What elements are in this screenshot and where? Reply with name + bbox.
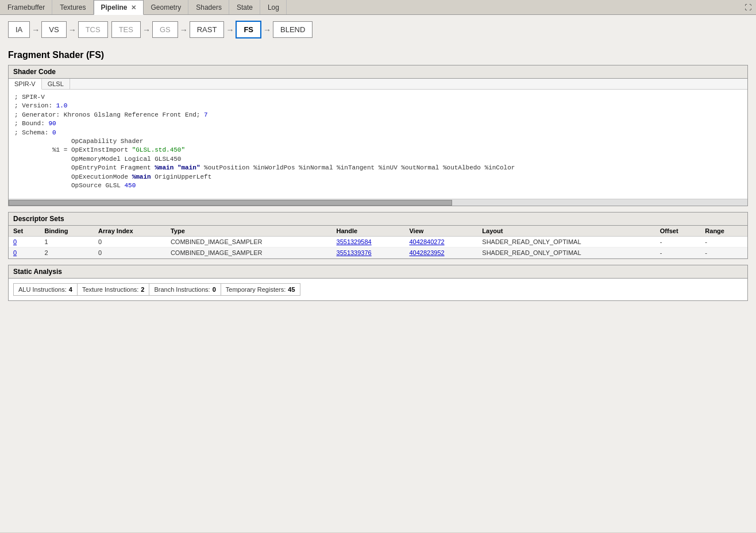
- stat-label: Branch Instructions:: [154, 286, 210, 293]
- stat-label: Temporary Registers:: [226, 286, 286, 293]
- stage-gs[interactable]: GS: [152, 21, 178, 38]
- cell-range: -: [700, 237, 747, 248]
- cell-array-index: 0: [94, 237, 166, 248]
- arrow-ia-vs: →: [30, 25, 41, 34]
- shader-code-header: Shader Code: [9, 65, 747, 79]
- cell-type: COMBINED_IMAGE_SAMPLER: [166, 248, 332, 258]
- tab-log[interactable]: Log: [260, 0, 287, 14]
- descriptor-sets-table: Set Binding Array Index Type Handle View…: [9, 226, 747, 258]
- cell-binding: 1: [40, 237, 94, 248]
- cell-offset: -: [655, 248, 701, 258]
- static-analysis-content: ALU Instructions: 4Texture Instructions:…: [9, 279, 747, 300]
- cell-set[interactable]: 0: [9, 248, 40, 258]
- stat-label: ALU Instructions:: [18, 286, 67, 293]
- cell-handle[interactable]: 3551329584: [332, 237, 405, 248]
- stat-item-2: Branch Instructions: 0: [149, 284, 221, 295]
- col-set: Set: [9, 226, 40, 237]
- shader-code-section: Shader Code SPIR-V GLSL ; SPIR-V ; Versi…: [8, 65, 748, 206]
- col-view: View: [404, 226, 477, 237]
- cell-view[interactable]: 4042840272: [404, 237, 477, 248]
- col-offset: Offset: [655, 226, 701, 237]
- cell-set[interactable]: 0: [9, 237, 40, 248]
- col-range: Range: [700, 226, 747, 237]
- col-binding: Binding: [40, 226, 94, 237]
- tab-textures[interactable]: Textures: [52, 0, 93, 14]
- stage-ia[interactable]: IA: [8, 21, 30, 38]
- stat-label: Texture Instructions:: [82, 286, 138, 293]
- stat-item-3: Temporary Registers: 45: [221, 284, 300, 295]
- col-layout: Layout: [477, 226, 655, 237]
- table-row: 0 1 0 COMBINED_IMAGE_SAMPLER 3551329584 …: [9, 237, 747, 248]
- tab-shaders[interactable]: Shaders: [188, 0, 229, 14]
- code-scrollbar-thumb[interactable]: [9, 200, 452, 206]
- cell-binding: 2: [40, 248, 94, 258]
- stage-tes[interactable]: TES: [111, 21, 141, 38]
- arrow-gs-rast: →: [178, 25, 190, 34]
- fullscreen-button[interactable]: ⛶: [740, 0, 756, 14]
- arrow-fs-blend: →: [261, 25, 273, 34]
- cell-type: COMBINED_IMAGE_SAMPLER: [166, 237, 332, 248]
- cell-offset: -: [655, 237, 701, 248]
- code-scrollbar[interactable]: [9, 199, 747, 206]
- table-row: 0 2 0 COMBINED_IMAGE_SAMPLER 3551339376 …: [9, 248, 747, 258]
- cell-array-index: 0: [94, 248, 166, 258]
- stage-tcs[interactable]: TCS: [78, 21, 108, 38]
- stage-blend[interactable]: BLEND: [273, 21, 313, 38]
- tab-bar: Framebuffer Textures Pipeline ✕ Geometry…: [0, 0, 756, 15]
- close-pipeline-tab[interactable]: ✕: [131, 4, 136, 11]
- descriptor-sets-section: Descriptor Sets Set Binding Array Index …: [8, 212, 748, 259]
- cell-layout: SHADER_READ_ONLY_OPTIMAL: [477, 237, 655, 248]
- col-type: Type: [166, 226, 332, 237]
- code-tab-glsl[interactable]: GLSL: [42, 79, 70, 89]
- stat-value: 45: [288, 286, 295, 293]
- stat-item-1: Texture Instructions: 2: [78, 284, 150, 295]
- tab-pipeline[interactable]: Pipeline ✕: [94, 0, 144, 15]
- stat-item-0: ALU Instructions: 4: [14, 284, 78, 295]
- cell-handle[interactable]: 3551339376: [332, 248, 405, 258]
- page-title: Fragment Shader (FS): [8, 50, 748, 60]
- pipeline-bar: IA → VS → TCS TES → GS → RAST → FS → BLE…: [0, 15, 756, 44]
- descriptor-sets-header: Descriptor Sets: [9, 213, 747, 226]
- stat-value: 4: [69, 286, 72, 293]
- cell-layout: SHADER_READ_ONLY_OPTIMAL: [477, 248, 655, 258]
- arrow-rast-fs: →: [224, 25, 236, 34]
- shader-code-area[interactable]: ; SPIR-V ; Version: 1.0 ; Generator: Khr…: [9, 90, 747, 199]
- tab-state[interactable]: State: [229, 0, 260, 14]
- stage-rast[interactable]: RAST: [190, 21, 225, 38]
- cell-view[interactable]: 4042823952: [404, 248, 477, 258]
- stage-fs[interactable]: FS: [236, 21, 261, 38]
- arrow-tes-gs: →: [141, 25, 152, 34]
- stat-row: ALU Instructions: 4Texture Instructions:…: [13, 283, 300, 296]
- static-analysis-section: Static Analysis ALU Instructions: 4Textu…: [8, 265, 748, 301]
- stat-value: 0: [213, 286, 216, 293]
- cell-range: -: [700, 248, 747, 258]
- code-tabs: SPIR-V GLSL: [9, 79, 747, 90]
- stage-vs[interactable]: VS: [41, 21, 66, 38]
- col-array-index: Array Index: [94, 226, 166, 237]
- tab-framebuffer[interactable]: Framebuffer: [0, 0, 52, 14]
- stat-value: 2: [141, 286, 144, 293]
- tab-geometry[interactable]: Geometry: [144, 0, 189, 14]
- code-tab-spirv[interactable]: SPIR-V: [9, 79, 42, 90]
- col-handle: Handle: [332, 226, 405, 237]
- arrow-vs-tcs: →: [67, 25, 78, 34]
- static-analysis-header: Static Analysis: [9, 265, 747, 279]
- main-content: Fragment Shader (FS) Shader Code SPIR-V …: [0, 44, 756, 532]
